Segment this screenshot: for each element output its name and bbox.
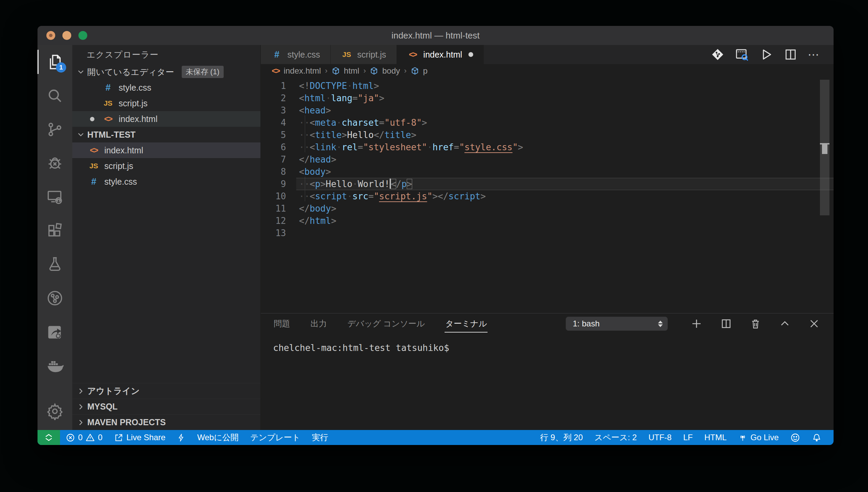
code-token: </ [438, 191, 448, 201]
split-terminal-icon[interactable] [720, 318, 732, 329]
select-arrows-icon [658, 321, 663, 327]
close-window-button[interactable] [46, 31, 55, 40]
maximize-panel-icon[interactable] [779, 318, 791, 329]
open-editor-item[interactable]: # style.css [72, 80, 260, 95]
remote-indicator[interactable] [38, 430, 60, 445]
code-line[interactable]: 4··<meta·charset="utf-8"> [261, 117, 834, 129]
run-icon[interactable] [759, 47, 774, 62]
run-status-button[interactable]: 実行 [306, 432, 334, 443]
breadcrumb-item[interactable]: p [423, 66, 428, 76]
go-live-button[interactable]: Go Live [732, 433, 784, 442]
notifications-button[interactable] [806, 433, 827, 443]
warning-count: 0 [98, 433, 102, 442]
indentation-status[interactable]: スペース: 2 [589, 432, 643, 443]
go-live-label: Go Live [750, 433, 779, 442]
sidebar-item-remote-explorer[interactable] [38, 180, 72, 214]
file-item[interactable]: JS script.js [72, 158, 260, 174]
tab-style-css[interactable]: # style.css [261, 45, 331, 64]
problems-status[interactable]: 0 0 [60, 433, 108, 442]
tab-script-js[interactable]: JS script.js [331, 45, 397, 64]
sidebar-item-source-control[interactable] [38, 112, 72, 146]
code-line[interactable]: 9··<p>Hello·World!</p> [261, 178, 834, 190]
outline-section-header[interactable]: アウトライン [72, 383, 260, 399]
terminal-output[interactable]: chelchel-mac:html-test tatsuhiko$ [261, 334, 834, 430]
sidebar-item-docker[interactable] [38, 349, 72, 382]
code-line[interactable]: 6··<link·rel="stylesheet"·href="style.cs… [261, 141, 834, 153]
code-line[interactable]: 12</html> [261, 215, 834, 227]
code-token: ·· [299, 117, 310, 129]
file-item-active[interactable]: <> index.html [72, 142, 260, 158]
breadcrumb-item[interactable]: html [344, 66, 359, 76]
code-line[interactable]: 10··<script·src="script.js"></script> [261, 190, 834, 202]
file-name: script.js [104, 161, 133, 171]
folder-header[interactable]: HTML-TEST [72, 127, 260, 142]
cursor-position-status[interactable]: 行 9、列 20 [534, 432, 588, 443]
run-label: 実行 [312, 432, 328, 443]
language-mode-status[interactable]: HTML [699, 433, 732, 442]
sidebar-item-search[interactable] [38, 79, 72, 112]
tab-problems[interactable]: 問題 [273, 313, 291, 334]
new-terminal-icon[interactable] [690, 318, 703, 330]
encoding-status[interactable]: UTF-8 [643, 433, 677, 442]
breadcrumb-item[interactable]: index.html [284, 66, 321, 76]
tab-debug-console[interactable]: デバッグ コンソール [347, 313, 425, 334]
code-token: </ [299, 154, 310, 165]
code-line[interactable]: 5··<title>Hello</title> [261, 129, 834, 141]
code-editor[interactable]: 1<!DOCTYPE·html>2<html·lang="ja">3<head>… [261, 78, 834, 313]
sidebar-item-testing[interactable] [38, 247, 72, 281]
code-token: ·· [299, 190, 310, 202]
sidebar-item-extensions[interactable] [38, 214, 72, 247]
html-icon: <> [102, 114, 114, 124]
file-item[interactable]: # style.css [72, 174, 260, 189]
code-token: charset [342, 118, 379, 128]
terminal-select[interactable]: 1: bash [566, 317, 668, 331]
code-line[interactable]: 13 [261, 227, 834, 239]
code-token: <! [299, 81, 310, 91]
template-button[interactable]: テンプレート [244, 432, 306, 443]
open-editor-item-active[interactable]: <> index.html [72, 111, 260, 127]
code-line[interactable]: 11</body> [261, 202, 834, 215]
live-share-button[interactable]: Live Share [108, 433, 171, 442]
open-preview-icon[interactable] [735, 47, 749, 62]
code-line[interactable]: 8<body> [261, 166, 834, 178]
maven-section-header[interactable]: MAVEN PROJECTS [72, 414, 260, 430]
manage-button[interactable] [38, 393, 72, 430]
sidebar-item-share[interactable] [38, 315, 72, 349]
folder-name: HTML-TEST [87, 130, 136, 140]
minimize-window-button[interactable] [62, 31, 71, 40]
feedback-button[interactable] [784, 433, 806, 443]
search-icon [46, 87, 64, 105]
title-bar[interactable]: index.html — html-test [38, 26, 834, 45]
editor-scrollbar[interactable] [820, 78, 829, 313]
lightning-button[interactable] [171, 433, 191, 442]
tab-terminal[interactable]: ターミナル [445, 313, 488, 334]
zoom-window-button[interactable] [78, 31, 87, 40]
open-editor-item[interactable]: JS script.js [72, 95, 260, 111]
code-line[interactable]: 7</head> [261, 153, 834, 166]
more-actions-icon[interactable]: ⋯ [808, 51, 820, 58]
sidebar-item-git-graph[interactable] [38, 281, 72, 315]
code-token: · [336, 117, 342, 129]
publish-web-button[interactable]: Webに公開 [191, 432, 244, 443]
code-line[interactable]: 1<!DOCTYPE·html> [261, 80, 834, 92]
code-token: script [315, 191, 347, 201]
eol-status[interactable]: LF [677, 433, 699, 442]
code-line[interactable]: 2<html·lang="ja"> [261, 92, 834, 104]
split-editor-icon[interactable] [784, 48, 797, 61]
spaces-label: スペース: 2 [595, 432, 637, 443]
test-flask-icon [46, 256, 64, 273]
tab-output[interactable]: 出力 [310, 313, 328, 334]
tab-index-html[interactable]: <> index.html [397, 45, 484, 64]
code-token: p [401, 179, 407, 189]
close-panel-icon[interactable] [808, 318, 820, 329]
code-token: style.css [464, 142, 512, 152]
open-editors-header[interactable]: 開いているエディター 未保存 (1) [72, 64, 260, 80]
kill-terminal-icon[interactable] [750, 318, 761, 329]
modified-dot-icon [90, 117, 94, 121]
mysql-section-header[interactable]: MYSQL [72, 399, 260, 414]
code-line[interactable]: 3<head> [261, 104, 834, 117]
sidebar-item-debug[interactable] [38, 146, 72, 180]
sidebar-item-explorer[interactable]: 1 [38, 45, 72, 79]
breadcrumb-item[interactable]: body [382, 66, 400, 76]
git-icon[interactable] [711, 48, 724, 61]
